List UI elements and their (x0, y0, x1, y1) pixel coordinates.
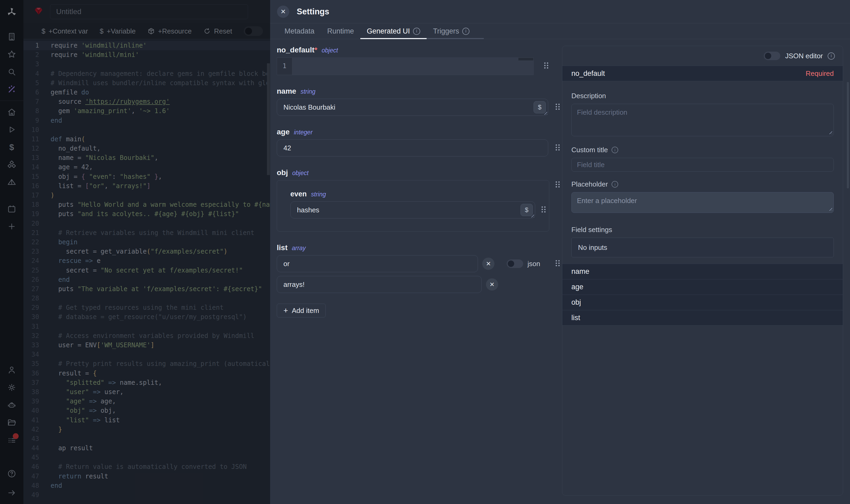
schedules-pyramid-icon[interactable] (4, 175, 19, 190)
add-item-button[interactable]: + Add item (277, 304, 326, 318)
code-line: 28 (23, 294, 270, 303)
help-icon[interactable] (4, 466, 19, 481)
tab-generated-ui[interactable]: Generated UIi (360, 23, 427, 39)
insert-variable-button[interactable]: $ (521, 204, 533, 216)
custom-title-input[interactable] (572, 158, 834, 172)
code-line: 38 "user" => user, (23, 388, 270, 397)
resources-cubes-icon[interactable] (4, 157, 19, 172)
code-line: 34 (23, 350, 270, 359)
remove-item-icon[interactable]: ✕ (486, 278, 498, 291)
code-line: 7 source 'https://rubygems.org' (23, 97, 270, 106)
json-toggle[interactable] (507, 259, 523, 268)
add-resource-button[interactable]: +Resource (147, 27, 192, 35)
insert-variable-button[interactable]: $ (533, 101, 546, 113)
code-line: 37 "splitted" => name.split, (23, 378, 270, 388)
field-label: name (277, 87, 296, 95)
code-lines: 1require 'windmill/inline'2require 'wind… (23, 41, 270, 500)
calendar-icon[interactable] (4, 201, 19, 216)
sidebar-divider (0, 101, 23, 101)
code-line: 31 (23, 322, 270, 331)
code-line: 32 # Access environment variables provid… (23, 331, 270, 341)
remove-item-icon[interactable]: ✕ (482, 257, 494, 270)
plus-icon: + (284, 306, 288, 315)
code-line: 1require 'windmill/inline' (23, 41, 270, 50)
favorites-star-icon[interactable] (4, 47, 19, 62)
field-row-list[interactable]: list (562, 310, 843, 325)
tab-triggers[interactable]: Triggersi (427, 23, 476, 39)
windmill-app: $ (0, 0, 850, 504)
field-row-age[interactable]: age (562, 279, 843, 294)
sidebar: $ (0, 0, 23, 504)
field-row-obj[interactable]: obj (562, 294, 843, 310)
field-type: integer (294, 129, 312, 136)
ai-wand-icon[interactable] (4, 82, 19, 97)
selected-field-row[interactable]: no_default Required (562, 66, 843, 81)
close-icon[interactable]: ✕ (277, 5, 289, 18)
description-textarea[interactable] (572, 104, 834, 136)
drag-handle-icon[interactable] (541, 206, 546, 214)
list-item: ✕ (277, 276, 560, 293)
no-default-json-input[interactable]: 1 (277, 57, 533, 75)
field-no-default: no_default* object 1 (277, 46, 560, 75)
add-variable-button[interactable]: $+Variable (100, 27, 136, 35)
json-editor-toggle[interactable] (764, 52, 780, 60)
generated-form: no_default* object 1 (277, 46, 560, 329)
reset-button[interactable]: Reset (203, 27, 232, 35)
field-label: obj (277, 168, 288, 177)
runs-play-icon[interactable] (4, 122, 19, 137)
list-item-input[interactable] (277, 276, 482, 293)
variables-dollar-icon[interactable]: $ (4, 140, 19, 155)
folders-icon[interactable] (4, 415, 19, 430)
code-line: 22 begin (23, 238, 270, 247)
add-context-var-button[interactable]: $+Context var (41, 27, 88, 35)
code-line: 11def main( (23, 134, 270, 144)
field-row-name[interactable]: name (562, 264, 843, 279)
json-editor-scrollbar[interactable] (519, 58, 533, 60)
modal-scrollbar[interactable] (847, 82, 849, 188)
queue-list-icon[interactable] (4, 433, 19, 448)
user-icon[interactable] (4, 362, 19, 377)
age-input[interactable] (277, 140, 548, 156)
field-editor-section: Description Custom titlei Placeholderi F… (562, 81, 843, 257)
editor-mode-toggle[interactable] (244, 26, 263, 36)
drag-handle-icon[interactable] (544, 62, 549, 70)
workspace-icon[interactable] (4, 29, 19, 44)
add-plus-icon[interactable] (4, 219, 19, 234)
code-line: 5# Windmill uses bundler/inline compatib… (23, 78, 270, 88)
even-input[interactable] (291, 202, 521, 218)
workers-robot-icon[interactable] (4, 398, 19, 412)
name-input[interactable] (277, 99, 533, 115)
editor-scrollbar[interactable] (267, 39, 270, 504)
windmill-logo-icon[interactable] (4, 5, 19, 20)
field-list: list array ✕ json (277, 244, 560, 318)
info-icon: i (828, 52, 835, 60)
code-line: 15 obj = { "even": "hashes" }, (23, 172, 270, 181)
drag-handle-icon[interactable] (555, 181, 560, 189)
code-line: 42 } (23, 425, 270, 434)
script-name-input[interactable]: Untitled (50, 4, 248, 19)
code-line: 13 name = "Nicolas Bourbaki", (23, 153, 270, 163)
collapse-sidebar-arrow-icon[interactable] (4, 485, 19, 500)
code-editor[interactable]: 1require 'windmill/inline'2require 'wind… (23, 39, 270, 504)
drag-handle-icon[interactable] (555, 259, 560, 268)
settings-modal: ✕ Settings Metadata Runtime Generated UI… (270, 0, 850, 504)
code-line: 6gemfile do (23, 88, 270, 97)
field-type: object (292, 169, 308, 177)
code-line: 25 secret = "No secret yet at f/examples… (23, 266, 270, 275)
code-line: 36 result = { (23, 369, 270, 378)
code-line: 19 puts "and its acolytes.. #{age} #{obj… (23, 210, 270, 219)
tab-metadata[interactable]: Metadata (278, 23, 321, 39)
code-line: 24 rescue => e (23, 256, 270, 266)
list-item-input[interactable] (277, 255, 478, 272)
field-type: array (292, 245, 306, 252)
field-type: string (301, 88, 315, 95)
tab-runtime[interactable]: Runtime (321, 23, 361, 39)
field-list: name age obj list (562, 264, 843, 325)
settings-gear-icon[interactable] (4, 380, 19, 395)
home-icon[interactable] (4, 105, 19, 120)
search-icon[interactable] (4, 65, 19, 79)
code-line: 12 no_default, (23, 144, 270, 153)
drag-handle-icon[interactable] (555, 144, 560, 152)
drag-handle-icon[interactable] (555, 103, 560, 111)
placeholder-textarea[interactable] (572, 192, 834, 213)
